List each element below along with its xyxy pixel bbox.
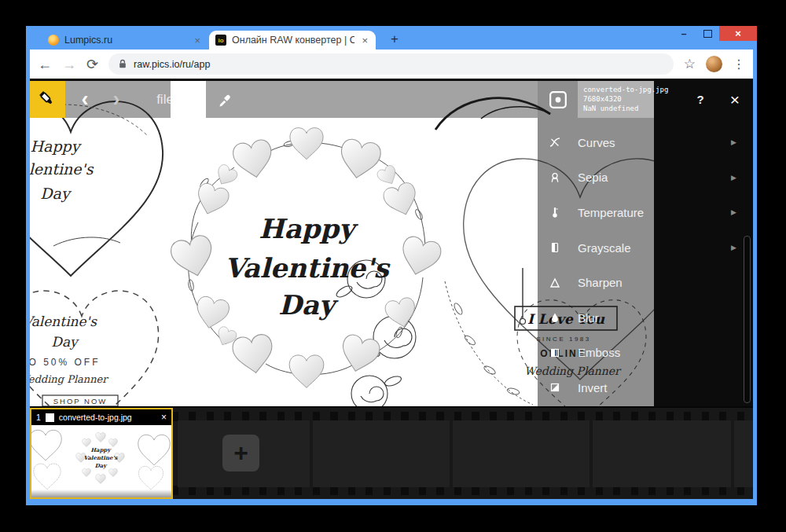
address-input[interactable]: raw.pics.io/ru/app: [108, 53, 674, 75]
film-frame: [593, 420, 731, 487]
desktop-background: Lumpics.ru × io Онлайн RAW конвертер | О…: [0, 0, 786, 532]
tab-lumpics[interactable]: Lumpics.ru ×: [42, 31, 208, 50]
svg-text:Day: Day: [51, 334, 79, 350]
eyedropper-icon: [218, 93, 232, 107]
eyedropper-tool-button[interactable]: [209, 81, 241, 118]
add-image-button[interactable]: +: [222, 435, 259, 471]
thumbnail-index: 1: [36, 413, 41, 422]
film-frame: [453, 420, 590, 487]
svg-text:Happy: Happy: [259, 213, 358, 244]
thumbnail-footer: [31, 490, 171, 497]
browser-titlebar: Lumpics.ru × io Онлайн RAW конвертер | О…: [30, 26, 753, 50]
panel-scrollbar[interactable]: [744, 236, 751, 403]
svg-text:Day: Day: [95, 462, 108, 469]
sepia-icon: [549, 171, 561, 184]
emboss-icon: [549, 347, 561, 359]
thumbnail-select-icon[interactable]: [46, 413, 54, 422]
maximize-button[interactable]: [696, 26, 719, 41]
reload-button[interactable]: ⟳: [86, 57, 98, 72]
filter-list: Curves ▶ Sepia ▶ Temperature ▶: [538, 118, 753, 405]
maximize-icon: [703, 30, 712, 38]
thumbnail-image: Happy Valentine's Day: [31, 425, 171, 490]
chevron-back-icon: ‹: [82, 87, 89, 112]
tab-close-icon[interactable]: ×: [360, 35, 369, 46]
thumbnail-header: 1 converted-to-jpg.jpg ×: [31, 409, 171, 425]
film-frame: [734, 420, 753, 487]
svg-text:Valentine's: Valentine's: [83, 454, 118, 461]
blur-icon: [549, 311, 561, 324]
submenu-arrow-icon: ▶: [731, 208, 736, 216]
filter-temperature[interactable]: Temperature ▶: [538, 195, 753, 230]
invert-icon: [549, 381, 561, 394]
panel-header: converted-to-jpg.jpg 7680x4320 NaN undef…: [538, 81, 753, 118]
tab-close-icon[interactable]: ×: [193, 35, 202, 46]
svg-text:SHOP NOW: SHOP NOW: [53, 397, 108, 405]
picsio-app: Happy Valentine's Day Valentine's Day O …: [30, 79, 753, 499]
help-button[interactable]: ?: [684, 81, 717, 118]
submenu-arrow-icon: ▶: [731, 244, 736, 251]
submenu-arrow-icon: ▶: [731, 138, 736, 146]
filter-emboss[interactable]: Emboss: [538, 336, 753, 371]
editor-toolbar: ‹ › file: [30, 81, 538, 118]
thumbnail-filename: converted-to-jpg.jpg: [59, 413, 156, 422]
svg-text:Valentine's: Valentine's: [224, 252, 391, 284]
file-dimensions: 7680x4320: [583, 94, 654, 104]
grayscale-icon: [549, 241, 561, 254]
svg-text:Happy: Happy: [31, 138, 83, 156]
thumbnail-card[interactable]: 1 converted-to-jpg.jpg ×: [30, 408, 173, 499]
svg-text:Wedding Planner: Wedding Planner: [30, 373, 108, 385]
profile-avatar[interactable]: [706, 56, 722, 72]
curves-icon: [549, 136, 561, 149]
svg-text:Happy: Happy: [90, 446, 112, 453]
tab-label: Lumpics.ru: [64, 35, 187, 46]
chevron-forward-icon: ›: [113, 87, 120, 112]
filter-invert[interactable]: Invert: [538, 370, 753, 405]
filter-sepia[interactable]: Sepia ▶: [538, 160, 753, 196]
undo-button[interactable]: ‹: [71, 81, 99, 118]
filter-curves[interactable]: Curves ▶: [538, 125, 753, 160]
svg-text:Day: Day: [278, 289, 339, 321]
filter-sharpen[interactable]: Sharpen: [538, 265, 753, 300]
panel-close-button[interactable]: ×: [717, 81, 753, 118]
url-text: raw.pics.io/ru/app: [134, 59, 210, 70]
film-frame: [313, 420, 450, 487]
file-name: converted-to-jpg.jpg: [583, 85, 654, 94]
minimize-button[interactable]: –: [672, 26, 696, 41]
image-info-icon: [549, 90, 567, 109]
marker-pen-icon: [38, 90, 58, 110]
svg-text:Valentine's: Valentine's: [30, 314, 97, 329]
svg-text:Valentine's: Valentine's: [30, 160, 94, 178]
file-status: NaN undefined: [583, 104, 654, 113]
filmstrip: + 1 converted-to-jpg.jpg ×: [30, 408, 753, 499]
thumbnail-close-icon[interactable]: ×: [161, 412, 167, 423]
temperature-icon: [549, 206, 561, 218]
tab-raw-converter[interactable]: io Онлайн RAW конвертер | Обра ×: [209, 31, 376, 50]
annotate-tool-button[interactable]: [30, 81, 65, 118]
picsio-favicon-icon: io: [215, 35, 226, 46]
svg-text:Day: Day: [40, 185, 72, 203]
filter-blur[interactable]: Blur: [538, 300, 753, 336]
bookmark-star-icon[interactable]: ☆: [684, 57, 696, 71]
window-controls: – ×: [672, 26, 757, 41]
active-tool-segment[interactable]: [171, 81, 206, 118]
submenu-arrow-icon: ▶: [731, 174, 736, 182]
filters-panel: converted-to-jpg.jpg 7680x4320 NaN undef…: [538, 81, 753, 406]
lock-icon: [118, 59, 127, 69]
browser-window: Lumpics.ru × io Онлайн RAW конвертер | О…: [26, 26, 757, 505]
image-info-button[interactable]: [538, 81, 578, 118]
window-close-button[interactable]: ×: [719, 26, 757, 41]
filter-grayscale[interactable]: Grayscale ▶: [538, 230, 753, 266]
tab-label: Онлайн RAW конвертер | Обра: [232, 35, 354, 46]
sharpen-icon: [549, 277, 561, 289]
lumpics-favicon-icon: [48, 35, 59, 46]
new-tab-button[interactable]: +: [385, 31, 404, 48]
redo-button[interactable]: ›: [102, 81, 130, 118]
browser-urlbar: ← → ⟳ raw.pics.io/ru/app ☆ ⋮: [30, 50, 753, 79]
file-info: converted-to-jpg.jpg 7680x4320 NaN undef…: [578, 81, 654, 118]
svg-text:O 50% OFF: O 50% OFF: [30, 357, 101, 368]
browser-menu-icon[interactable]: ⋮: [733, 58, 745, 71]
forward-button[interactable]: →: [62, 57, 76, 72]
back-button[interactable]: ←: [38, 57, 52, 72]
